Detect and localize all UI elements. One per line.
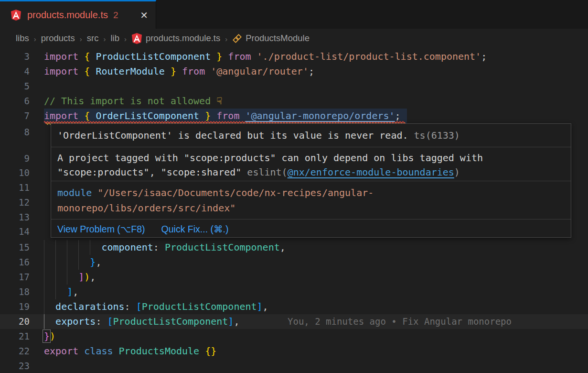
code-line[interactable]: // This import is not allowed ☟ xyxy=(44,94,222,109)
line-number[interactable]: 8 xyxy=(0,125,30,140)
code-token: : xyxy=(153,241,165,253)
code-token: ; xyxy=(309,66,314,77)
line-number[interactable]: 21 xyxy=(0,329,30,344)
code-token: ts(6133) xyxy=(408,130,460,141)
breadcrumb-separator-icon: › xyxy=(34,35,36,43)
line-number[interactable]: 23 xyxy=(0,359,30,373)
line-number[interactable]: 17 xyxy=(0,270,30,285)
eslint-rule-link[interactable]: @nx/enforce-module-boundaries xyxy=(288,166,454,178)
code-token: ProductListComponent xyxy=(165,241,280,253)
code-token: ProductListComponent xyxy=(96,51,211,62)
code-token xyxy=(44,241,101,253)
code-editor[interactable]: You, 2 minutes ago • Fix Angular monorep… xyxy=(0,48,588,373)
code-line[interactable]: exports: [ProductListComponent], xyxy=(44,314,239,329)
code-token: , xyxy=(280,241,286,253)
code-token: ProductListComponent xyxy=(142,301,257,312)
code-token: ] xyxy=(78,271,84,283)
breadcrumb-item-libs[interactable]: libs xyxy=(16,33,29,44)
line-number[interactable]: 14 xyxy=(0,224,30,239)
angular-logo-icon xyxy=(131,33,142,44)
class-symbol-icon xyxy=(232,33,242,44)
code-token: from xyxy=(211,110,245,121)
angular-file-icon xyxy=(11,9,21,21)
angular-logo-icon xyxy=(11,9,21,21)
close-tab-icon[interactable]: ✕ xyxy=(140,10,148,21)
code-token: , xyxy=(90,271,96,283)
quick-fix-button[interactable]: Quick Fix... (⌘.) xyxy=(161,224,229,235)
code-token: monorepo/libs/orders/src/index" xyxy=(57,202,235,214)
breadcrumb-item-products[interactable]: products xyxy=(41,33,75,44)
code-token: ; xyxy=(481,51,487,62)
code-token: export xyxy=(44,345,84,357)
breadcrumb-item-src[interactable]: src xyxy=(87,33,99,44)
code-token: , xyxy=(73,286,78,297)
tab-products-module[interactable]: products.module.ts 2 ✕ xyxy=(0,0,156,29)
code-token: declarations xyxy=(55,301,125,312)
code-line[interactable]: }, xyxy=(44,255,101,270)
line-number[interactable]: 15 xyxy=(0,240,30,255)
code-token: OrderListComponent xyxy=(96,110,199,121)
code-token: ; xyxy=(395,110,401,121)
code-token: import xyxy=(44,51,84,62)
code-token: : xyxy=(96,316,107,327)
code-line[interactable]: ]), xyxy=(44,270,96,285)
code-token: [ xyxy=(107,316,113,327)
line-number[interactable]: 12 xyxy=(0,195,30,210)
code-token: ] xyxy=(228,316,234,327)
code-line[interactable]: import { OrderListComponent } from '@ang… xyxy=(44,109,401,123)
breadcrumb-label: ProductsModule xyxy=(246,33,310,44)
breadcrumb-separator-icon: › xyxy=(103,35,106,43)
breadcrumb-item-lib[interactable]: lib xyxy=(110,33,119,44)
tooltip-text-line: module "/Users/isaac/Documents/code/nx-r… xyxy=(57,185,565,200)
tab-problems-badge: 2 xyxy=(113,10,118,21)
code-token: eslint( xyxy=(247,166,287,178)
line-number[interactable]: 5 xyxy=(0,79,30,94)
breadcrumb-separator-icon: › xyxy=(225,35,227,43)
code-token xyxy=(44,301,55,312)
breadcrumb-item-productsmodule[interactable]: ProductsModule xyxy=(232,33,310,44)
code-token: from xyxy=(222,51,257,62)
tab-title: products.module.ts xyxy=(27,10,108,21)
line-number[interactable]: 20 xyxy=(0,314,30,329)
code-line[interactable]: import { RouterModule } from '@angular/r… xyxy=(44,64,314,79)
code-line[interactable]: import { ProductListComponent } from './… xyxy=(44,49,487,64)
module-path-message: module "/Users/isaac/Documents/code/nx-r… xyxy=(51,181,571,219)
line-number[interactable]: 3 xyxy=(0,49,30,64)
module-specifier-link[interactable]: '@angular-monorepo/orders' xyxy=(245,110,395,121)
code-token: ) xyxy=(454,166,460,178)
code-line[interactable]: declarations: [ProductListComponent], xyxy=(44,299,268,314)
code-line[interactable]: component: ProductListComponent, xyxy=(44,240,286,255)
line-number[interactable]: 22 xyxy=(0,344,30,359)
code-token: A project tagged with "scope:products" c… xyxy=(57,152,483,164)
breadcrumb: libs›products›src›lib› products.module.t… xyxy=(0,29,588,48)
line-number[interactable]: 6 xyxy=(0,94,30,109)
code-token: ] xyxy=(67,286,73,297)
line-number[interactable]: 18 xyxy=(0,285,30,299)
breadcrumb-label: products xyxy=(41,33,75,44)
view-problem-button[interactable]: View Problem (⌥F8) xyxy=(57,224,145,235)
line-number[interactable]: 7 xyxy=(0,109,30,123)
line-number[interactable]: 4 xyxy=(0,64,30,79)
code-token xyxy=(44,256,90,268)
code-token: , xyxy=(96,256,101,268)
code-token: ) xyxy=(50,330,55,342)
code-line[interactable]: }) xyxy=(44,329,55,344)
line-number[interactable]: 16 xyxy=(0,255,30,270)
line-number[interactable]: 19 xyxy=(0,299,30,314)
breadcrumb-item-products-module-ts[interactable]: products.module.ts xyxy=(131,33,220,44)
code-token: "scope:products", "scope:shared" xyxy=(57,166,247,178)
line-number[interactable]: 13 xyxy=(0,210,30,225)
code-token: import xyxy=(44,66,84,77)
line-number[interactable]: 9 xyxy=(0,151,30,166)
code-token: } xyxy=(90,256,96,268)
code-line[interactable]: ], xyxy=(44,285,78,299)
code-token: ProductsModule xyxy=(119,345,205,357)
breadcrumb-label: products.module.ts xyxy=(146,33,220,44)
code-token: } xyxy=(211,51,222,62)
line-number[interactable]: 11 xyxy=(0,180,30,195)
code-token: : xyxy=(125,301,136,312)
code-token: ProductListComponent xyxy=(113,316,228,327)
code-token: [ xyxy=(136,301,142,312)
code-line[interactable]: export class ProductsModule {} xyxy=(44,344,216,359)
line-number[interactable]: 10 xyxy=(0,165,30,180)
